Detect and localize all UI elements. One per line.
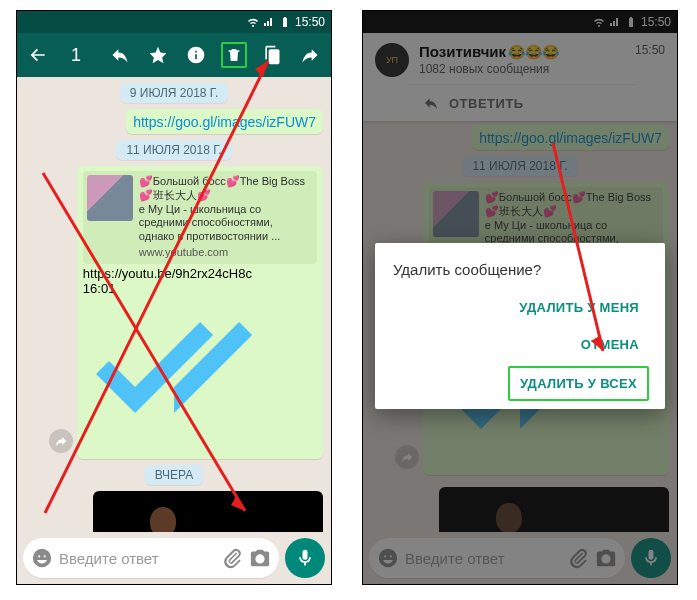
message-input[interactable]: Введите ответ <box>23 538 279 578</box>
input-bar: Введите ответ <box>17 532 331 584</box>
input-placeholder: Введите ответ <box>59 550 215 567</box>
date-pill: ВЧЕРА <box>145 465 204 485</box>
reply-button[interactable] <box>107 42 133 68</box>
copy-icon <box>262 45 282 65</box>
message-time: 16:01 <box>83 281 317 455</box>
emoji-icon[interactable] <box>31 547 53 569</box>
link-preview-card[interactable]: 💕Большой босс💕The Big Boss💕班长大人💕 е Му Ци… <box>83 171 317 264</box>
camera-icon[interactable] <box>249 547 271 569</box>
double-check-icon <box>83 296 317 452</box>
preview-thumbnail <box>87 175 133 221</box>
status-bar: 15:50 <box>17 11 331 33</box>
battery-icon <box>279 16 291 28</box>
mic-icon <box>295 548 315 568</box>
date-pill: 11 ИЮЛЯ 2018 Г. <box>116 140 231 160</box>
info-button[interactable] <box>183 42 209 68</box>
delete-for-everyone-button[interactable]: УДАЛИТЬ У ВСЕХ <box>508 366 649 401</box>
star-button[interactable] <box>145 42 171 68</box>
message-link-text[interactable]: https://youtu.be/9h2rx24cH8c <box>83 266 317 281</box>
delete-dialog: Удалить сообщение? УДАЛИТЬ У МЕНЯ ОТМЕНА… <box>375 243 665 409</box>
trash-icon <box>226 45 242 65</box>
status-time: 15:50 <box>295 15 325 29</box>
forward-icon <box>300 45 320 65</box>
selection-count: 1 <box>71 45 81 66</box>
delete-for-me-button[interactable]: УДАЛИТЬ У МЕНЯ <box>509 292 649 323</box>
attach-icon[interactable] <box>221 547 243 569</box>
mic-button[interactable] <box>285 538 325 578</box>
copy-button[interactable] <box>259 42 285 68</box>
selection-app-bar: 1 <box>17 33 331 77</box>
message-gif[interactable]: GIF GIPHY 13:52 <box>93 491 323 532</box>
signal-icon <box>263 16 275 28</box>
reply-icon <box>110 45 130 65</box>
phone-right: 15:50 УП Позитивчик 😂😂😂 1082 новых сообщ… <box>362 10 678 585</box>
preview-description: е Му Ци - школьница со средними способно… <box>139 203 311 244</box>
message-link-1[interactable]: https://goo.gl/images/izFUW7 <box>126 109 323 134</box>
forward-bubble-button[interactable] <box>49 429 73 453</box>
arrow-left-icon <box>28 45 48 65</box>
share-icon <box>54 434 68 448</box>
delete-button[interactable] <box>221 42 247 68</box>
forward-button[interactable] <box>297 42 323 68</box>
preview-site: www.youtube.com <box>139 246 311 260</box>
back-button[interactable] <box>25 42 51 68</box>
dialog-title: Удалить сообщение? <box>393 261 649 278</box>
star-icon <box>148 45 168 65</box>
cancel-button[interactable]: ОТМЕНА <box>571 329 649 360</box>
info-icon <box>186 45 206 65</box>
preview-title: 💕Большой босс💕The Big Boss💕班长大人💕 <box>139 175 311 203</box>
date-pill: 9 ИЮЛЯ 2018 Г. <box>120 83 229 103</box>
wifi-icon <box>247 16 259 28</box>
chat-area[interactable]: 9 ИЮЛЯ 2018 Г. https://goo.gl/images/izF… <box>17 77 331 532</box>
message-link-preview[interactable]: 💕Большой босс💕The Big Boss💕班长大人💕 е Му Ци… <box>77 166 323 459</box>
message-link-text[interactable]: https://goo.gl/images/izFUW7 <box>133 114 316 130</box>
phone-left: 15:50 1 <box>16 10 332 585</box>
